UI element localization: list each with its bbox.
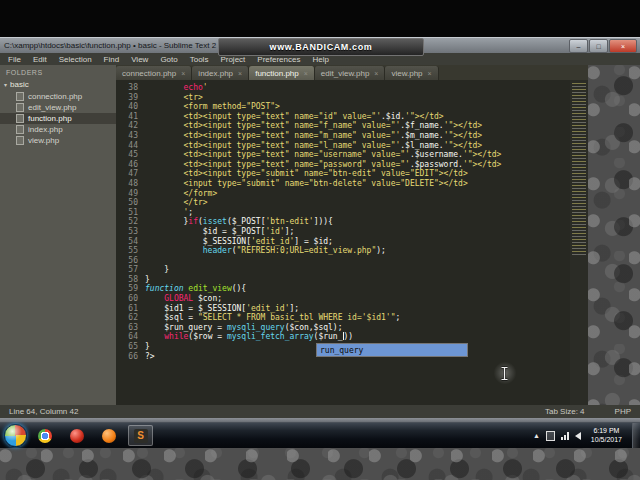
line-code: <td><input type="text" name="password" v… [145, 160, 501, 170]
line-number: 60 [116, 294, 145, 304]
tab-label: index.php [198, 69, 233, 78]
taskbar-clock[interactable]: 6:19 PM 10/5/2017 [587, 427, 626, 444]
tab-size-status[interactable]: Tab Size: 4 [545, 407, 585, 416]
sidebar-file-view.php[interactable]: view.php [0, 135, 116, 146]
line-number: 46 [116, 160, 145, 170]
sidebar-file-label: view.php [28, 136, 59, 145]
line-number: 62 [116, 313, 145, 323]
network-icon[interactable] [561, 432, 569, 440]
chrome-icon [38, 429, 52, 443]
menu-item-view[interactable]: View [125, 55, 154, 64]
xampp-icon [102, 429, 116, 443]
line-code: <td><input type="text" name="l_name" val… [145, 141, 482, 151]
line-code: <td><input type="text" name="id" value="… [145, 112, 444, 122]
line-code: echo' [145, 83, 208, 93]
sublime-taskbar-button[interactable]: S [128, 425, 153, 446]
autocomplete-item[interactable]: run_query [317, 344, 467, 356]
tab-close-icon[interactable]: × [428, 70, 432, 77]
line-number: 48 [116, 179, 145, 189]
minimize-button[interactable]: – [569, 39, 588, 53]
menu-item-find[interactable]: Find [98, 55, 126, 64]
tab-connection.php[interactable]: connection.php× [116, 66, 192, 80]
line-code: <form method="POST"> [145, 102, 280, 112]
tab-close-icon[interactable]: × [238, 70, 242, 77]
code-line: 64 while($row = mysqli_fetch_array($run_… [116, 332, 588, 342]
line-code: $id = $_POST['id']; [145, 227, 294, 237]
tab-function.php[interactable]: function.php× [249, 66, 315, 80]
tab-close-icon[interactable]: × [304, 70, 308, 77]
tab-label: connection.php [122, 69, 176, 78]
sidebar-file-label: index.php [28, 125, 63, 134]
line-code: header("REFRESH:0;URL=edit_view.php"); [145, 246, 386, 256]
tab-view.php[interactable]: view.php× [385, 66, 438, 80]
sidebar[interactable]: FOLDERS ▾ basic connection.phpedit_view.… [0, 65, 116, 405]
code-line: 50 </tr> [116, 198, 588, 208]
code-lines: 38 echo'39 <tr>40 <form method="POST">41… [116, 80, 588, 361]
code-line: 62 $sql = "SELECT * FROM basic_tbl WHERE… [116, 313, 588, 323]
taskbar: S ▲ 6:19 PM 10/5/2017 [0, 422, 640, 448]
menu-item-tools[interactable]: Tools [184, 55, 215, 64]
line-code: <td><input type="text" name="username" v… [145, 150, 501, 160]
clock-date: 10/5/2017 [591, 436, 622, 445]
sidebar-folders-header: FOLDERS [0, 67, 116, 79]
code-line: 47 <td><input type="submit" name="btn-ed… [116, 169, 588, 179]
line-number: 49 [116, 189, 145, 199]
sidebar-folder-basic[interactable]: ▾ basic [0, 79, 116, 91]
file-icon [16, 125, 24, 134]
menu-item-selection[interactable]: Selection [53, 55, 98, 64]
line-number: 53 [116, 227, 145, 237]
sidebar-file-connection.php[interactable]: connection.php [0, 91, 116, 102]
bandicam-watermark: www.BANDICAM.com [218, 38, 424, 56]
line-number: 61 [116, 304, 145, 314]
volume-icon[interactable] [575, 432, 581, 440]
sidebar-file-index.php[interactable]: index.php [0, 124, 116, 135]
sidebar-file-edit_view.php[interactable]: edit_view.php [0, 102, 116, 113]
code-editor[interactable]: 38 echo'39 <tr>40 <form method="POST">41… [116, 80, 588, 405]
code-line: 55 header("REFRESH:0;URL=edit_view.php")… [116, 246, 588, 256]
maximize-button[interactable]: □ [589, 39, 608, 53]
minimap[interactable] [570, 80, 588, 405]
chrome-taskbar-button[interactable] [32, 425, 57, 446]
tab-label: function.php [255, 69, 299, 78]
line-number: 64 [116, 332, 145, 342]
folder-expand-arrow-icon[interactable]: ▾ [4, 81, 7, 88]
xampp-taskbar-button[interactable] [96, 425, 121, 446]
line-code: '; [145, 208, 193, 218]
bandicam-watermark-text: www.BANDICAM.com [270, 42, 373, 52]
menu-item-goto[interactable]: Goto [154, 55, 183, 64]
sublime-text-icon: S [134, 429, 148, 443]
line-code: } [145, 265, 169, 275]
start-button[interactable] [4, 424, 27, 447]
code-line: 41 <td><input type="text" name="id" valu… [116, 112, 588, 122]
line-code: $_SESSION['edit_id'] = $id; [145, 237, 333, 247]
syntax-status[interactable]: PHP [615, 407, 631, 416]
top-black-bar [0, 0, 640, 37]
line-number: 51 [116, 208, 145, 218]
tray-expand-icon[interactable]: ▲ [533, 432, 540, 439]
code-line: 42 <td><input type="text" name="f_name" … [116, 121, 588, 131]
line-code: <td><input type="submit" name="btn-edit"… [145, 169, 468, 179]
line-code: } [145, 342, 150, 352]
code-line: 49 </form> [116, 189, 588, 199]
tab-index.php[interactable]: index.php× [192, 66, 249, 80]
line-code: } [145, 275, 150, 285]
line-code: $id1 = $_SESSION['edit_id']; [145, 304, 299, 314]
tray-app-icon[interactable] [546, 431, 555, 441]
menu-item-edit[interactable]: Edit [27, 55, 53, 64]
line-number: 58 [116, 275, 145, 285]
line-number: 39 [116, 93, 145, 103]
show-desktop-button[interactable] [632, 423, 640, 448]
tab-close-icon[interactable]: × [374, 70, 378, 77]
tab-close-icon[interactable]: × [181, 70, 185, 77]
menu-item-file[interactable]: File [2, 55, 27, 64]
close-button[interactable]: × [609, 39, 637, 53]
sidebar-file-label: function.php [28, 114, 72, 123]
tab-bar: connection.php×index.php×function.php×ed… [116, 65, 588, 80]
line-number: 55 [116, 246, 145, 256]
sidebar-file-function.php[interactable]: function.php [0, 113, 116, 124]
line-number: 38 [116, 83, 145, 93]
media-player-taskbar-button[interactable] [64, 425, 89, 446]
file-icon [16, 92, 24, 101]
tab-edit_view.php[interactable]: edit_view.php× [315, 66, 386, 80]
media-player-icon [70, 429, 84, 443]
